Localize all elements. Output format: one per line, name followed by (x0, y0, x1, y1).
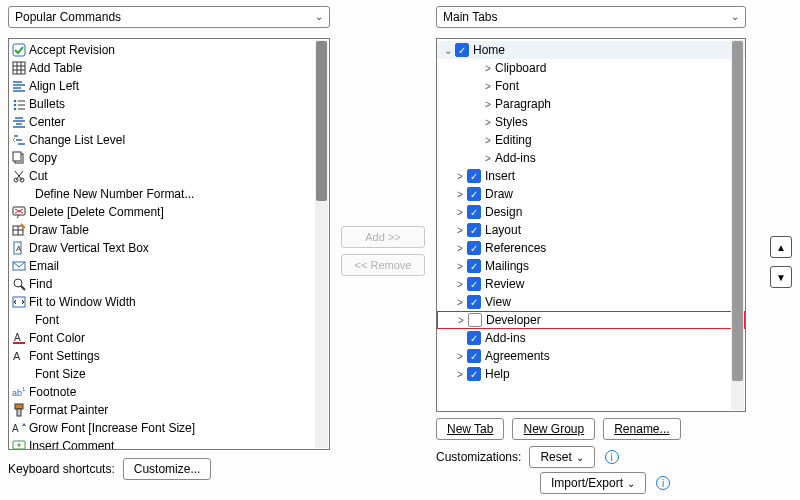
command-item[interactable]: Cut (9, 167, 329, 185)
tree-item[interactable]: >✓References (437, 239, 745, 257)
checkbox[interactable]: ✓ (467, 331, 481, 345)
tree-item[interactable]: >✓Design (437, 203, 745, 221)
command-label: Fit to Window Width (29, 295, 329, 309)
command-item[interactable]: AGrow Font [Increase Font Size] (9, 419, 329, 437)
info-icon[interactable]: i (656, 476, 670, 490)
tree-item[interactable]: >✓View (437, 293, 745, 311)
command-item[interactable]: Accept Revision (9, 41, 329, 59)
command-item[interactable]: Delete [Delete Comment] (9, 203, 329, 221)
command-item[interactable]: Define New Number Format... (9, 185, 329, 203)
checkbox[interactable]: ✓ (467, 169, 481, 183)
tree-item[interactable]: ⌄✓Home (437, 41, 745, 59)
command-item[interactable]: Draw Table (9, 221, 329, 239)
new-group-button[interactable]: New Group (512, 418, 595, 440)
expand-closed-icon[interactable]: > (453, 297, 467, 308)
expand-closed-icon[interactable]: > (481, 153, 495, 164)
new-tab-button[interactable]: New Tab (436, 418, 504, 440)
expand-open-icon[interactable]: ⌄ (441, 45, 455, 56)
checkbox[interactable] (468, 313, 482, 327)
command-item[interactable]: Bullets|> (9, 95, 329, 113)
customize-button[interactable]: Customize... (123, 458, 212, 480)
checkbox[interactable]: ✓ (467, 277, 481, 291)
customize-ribbon-dropdown[interactable]: Main Tabs ⌄ (436, 6, 746, 28)
expand-closed-icon[interactable]: > (453, 189, 467, 200)
command-item[interactable]: AFont Color|> (9, 329, 329, 347)
tree-item[interactable]: >✓Insert (437, 167, 745, 185)
scrollbar[interactable] (731, 40, 744, 410)
reset-button[interactable]: Reset⌄ (529, 446, 594, 468)
expand-closed-icon[interactable]: > (453, 279, 467, 290)
checkbox[interactable]: ✓ (467, 295, 481, 309)
command-item[interactable]: FontI▾ (9, 311, 329, 329)
tree-item[interactable]: >✓Agreements (437, 347, 745, 365)
expand-closed-icon[interactable]: > (453, 171, 467, 182)
rename-button[interactable]: Rename... (603, 418, 680, 440)
add-button[interactable]: Add >> (341, 226, 425, 248)
checkbox[interactable]: ✓ (467, 241, 481, 255)
command-item[interactable]: Change List Level> (9, 131, 329, 149)
command-item[interactable]: Copy (9, 149, 329, 167)
command-item[interactable]: Fit to Window Width (9, 293, 329, 311)
expand-closed-icon[interactable]: > (453, 261, 467, 272)
command-item[interactable]: Find (9, 275, 329, 293)
insert-comment-icon (11, 438, 27, 450)
tree-item[interactable]: >✓Help (437, 365, 745, 383)
checkbox[interactable]: ✓ (455, 43, 469, 57)
tree-item-label: Editing (495, 133, 532, 147)
move-up-button[interactable]: ▲ (770, 236, 792, 258)
checkbox[interactable]: ✓ (467, 205, 481, 219)
commands-listbox[interactable]: Accept RevisionAdd Table>Align LeftBulle… (8, 38, 330, 450)
command-item[interactable]: ADraw Vertical Text Box (9, 239, 329, 257)
command-item[interactable]: Format Painter (9, 401, 329, 419)
tree-item[interactable]: >Paragraph (437, 95, 745, 113)
expand-closed-icon[interactable]: > (453, 369, 467, 380)
expand-closed-icon[interactable]: > (454, 315, 468, 326)
command-item[interactable]: ab1Footnote (9, 383, 329, 401)
expand-closed-icon[interactable]: > (453, 243, 467, 254)
expand-closed-icon[interactable]: > (481, 81, 495, 92)
tree-item[interactable]: >Styles (437, 113, 745, 131)
tree-item[interactable]: >Developer (437, 311, 745, 329)
expand-closed-icon[interactable]: > (453, 207, 467, 218)
draw-vtb-icon: A (11, 240, 27, 256)
expand-closed-icon[interactable]: > (481, 63, 495, 74)
tree-item[interactable]: >Clipboard (437, 59, 745, 77)
choose-commands-dropdown[interactable]: Popular Commands ⌄ (8, 6, 330, 28)
command-item[interactable]: Center (9, 113, 329, 131)
info-icon[interactable]: i (605, 450, 619, 464)
scrollbar[interactable] (315, 40, 328, 448)
scrollbar-thumb[interactable] (732, 41, 743, 381)
command-item[interactable]: Email (9, 257, 329, 275)
checkbox[interactable]: ✓ (467, 367, 481, 381)
tree-item[interactable]: >Add-ins (437, 149, 745, 167)
checkbox[interactable]: ✓ (467, 259, 481, 273)
tree-item[interactable]: >✓Draw (437, 185, 745, 203)
tree-item[interactable]: >Font (437, 77, 745, 95)
expand-closed-icon[interactable]: > (481, 99, 495, 110)
expand-closed-icon[interactable]: > (481, 135, 495, 146)
tree-item-label: Insert (485, 169, 515, 183)
scrollbar-thumb[interactable] (316, 41, 327, 201)
tree-item[interactable]: >✓Mailings (437, 257, 745, 275)
expand-closed-icon[interactable]: > (453, 351, 467, 362)
tree-item[interactable]: ✓Add-ins (437, 329, 745, 347)
tabs-tree[interactable]: ⌄✓Home>Clipboard>Font>Paragraph>Styles>E… (436, 38, 746, 412)
tree-item[interactable]: >Editing (437, 131, 745, 149)
checkbox[interactable]: ✓ (467, 223, 481, 237)
checkbox[interactable]: ✓ (467, 187, 481, 201)
command-item[interactable]: Add Table> (9, 59, 329, 77)
command-item[interactable]: Font SizeI▾ (9, 365, 329, 383)
expand-closed-icon[interactable]: > (481, 117, 495, 128)
tree-item-label: Design (485, 205, 522, 219)
remove-button[interactable]: << Remove (341, 254, 425, 276)
expand-closed-icon[interactable]: > (453, 225, 467, 236)
tree-item[interactable]: >✓Review (437, 275, 745, 293)
checkbox[interactable]: ✓ (467, 349, 481, 363)
import-export-button[interactable]: Import/Export⌄ (540, 472, 646, 494)
svg-text:A: A (13, 350, 21, 362)
move-down-button[interactable]: ▼ (770, 266, 792, 288)
tree-item[interactable]: >✓Layout (437, 221, 745, 239)
command-item[interactable]: Align Left (9, 77, 329, 95)
command-item[interactable]: Insert Comment (9, 437, 329, 450)
command-item[interactable]: AFont Settings (9, 347, 329, 365)
